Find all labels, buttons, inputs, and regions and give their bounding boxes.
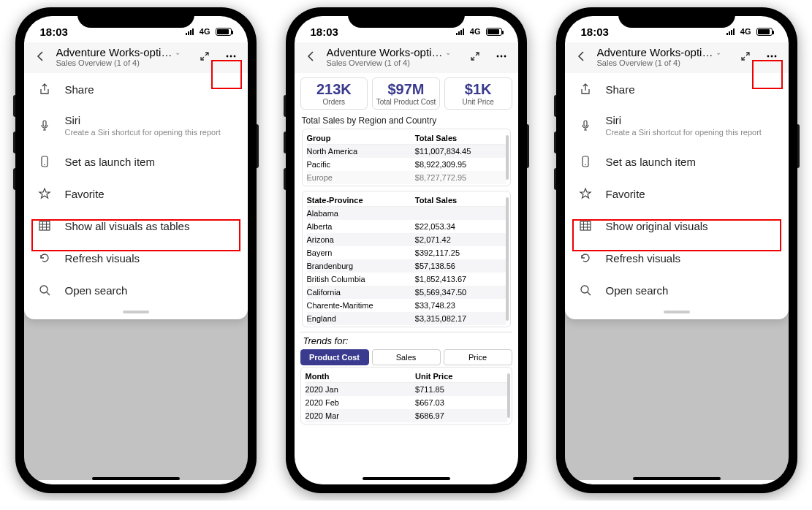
menu-item-show-tables[interactable]: Show all visuals as tables — [24, 210, 248, 242]
table-trends[interactable]: MonthUnit Price 2020 Jan$711.85 2020 Feb… — [300, 367, 512, 425]
svg-point-10 — [504, 56, 506, 58]
scrollbar[interactable] — [506, 197, 509, 321]
more-options-button[interactable] — [490, 45, 512, 67]
menu-item-favorite[interactable]: Favorite — [565, 178, 789, 210]
home-indicator[interactable] — [633, 477, 721, 480]
sheet-grabber[interactable] — [664, 311, 690, 313]
report-title-dropdown[interactable]: Adventure Works-opti…⌄ Sales Overview (1… — [327, 46, 460, 67]
table-row[interactable]: 2020 Mar$686.97 — [306, 409, 507, 422]
menu-item-siri[interactable]: Siri Create a Siri shortcut for opening … — [24, 105, 248, 145]
more-options-button[interactable] — [761, 45, 783, 67]
table-row[interactable]: Brandenburg$57,138.56 — [307, 259, 506, 273]
refresh-icon — [37, 251, 52, 265]
table-row[interactable]: 2020 Feb$667.03 — [306, 396, 507, 409]
menu-item-favorite[interactable]: Favorite — [24, 178, 248, 210]
menu-item-label: Siri — [606, 114, 762, 126]
svg-point-7 — [40, 286, 48, 293]
table-row[interactable]: Europe$8,727,772.95 — [307, 171, 506, 184]
report-title-dropdown[interactable]: Adventure Works-opti…⌄ Sales Overview (1… — [56, 46, 189, 67]
svg-point-18 — [581, 286, 588, 293]
col-header: State-Province — [307, 196, 415, 205]
refresh-icon — [578, 251, 593, 265]
more-options-menu: Share Siri Create a Siri shortcut for op… — [24, 73, 248, 319]
svg-point-5 — [44, 164, 45, 166]
share-icon — [578, 82, 593, 96]
more-horizontal-icon — [766, 50, 778, 62]
table-row[interactable]: Bayern$392,117.25 — [307, 246, 506, 259]
network-label: 4G — [470, 27, 481, 36]
battery-icon — [486, 28, 502, 36]
menu-item-label: Set as launch item — [65, 156, 155, 168]
menu-item-launch[interactable]: Set as launch item — [565, 145, 789, 178]
kpi-label: Total Product Cost — [374, 98, 438, 106]
chevron-left-icon — [576, 50, 588, 62]
signal-icon — [456, 28, 467, 35]
kpi-value: $97M — [374, 81, 438, 98]
expand-button[interactable] — [735, 45, 756, 67]
report-title-dropdown[interactable]: Adventure Works-opti…⌄ Sales Overview (1… — [597, 46, 730, 67]
microphone-icon — [578, 118, 593, 133]
table-grid-icon — [578, 218, 593, 233]
star-icon — [37, 186, 52, 201]
kpi-value: $1K — [447, 81, 510, 98]
table-row[interactable]: Alberta$22,053.34 — [307, 220, 506, 233]
svg-point-9 — [500, 56, 502, 58]
menu-item-show-original[interactable]: Show original visuals — [565, 210, 789, 242]
scrollbar[interactable] — [507, 373, 510, 418]
modal-scrim[interactable]: Europe$8.7M Microsoft Bing Terms Share S… — [24, 73, 248, 480]
back-button[interactable] — [300, 45, 322, 67]
svg-point-2 — [233, 56, 235, 58]
svg-rect-6 — [39, 221, 50, 230]
menu-item-share[interactable]: Share — [565, 73, 789, 105]
phone-icon — [578, 154, 593, 169]
battery-icon — [756, 28, 773, 36]
menu-item-refresh[interactable]: Refresh visuals — [565, 242, 789, 274]
trends-section: Trends for: Product Cost Sales Price Mon… — [300, 332, 512, 425]
report-title: Adventure Works-opti… — [56, 46, 172, 58]
menu-item-label: Show all visuals as tables — [65, 220, 190, 232]
table-group-sales[interactable]: GroupTotal Sales North America$11,007,83… — [302, 129, 511, 186]
scrollbar[interactable] — [506, 135, 509, 180]
table-row[interactable]: British Columbia$1,852,413.67 — [307, 273, 506, 286]
menu-item-search[interactable]: Open search — [24, 274, 248, 306]
menu-item-search[interactable]: Open search — [565, 274, 789, 306]
table-row[interactable]: England$3,315,082.17 — [307, 312, 506, 325]
kpi-card-cost[interactable]: $97MTotal Product Cost — [372, 77, 440, 110]
expand-icon — [469, 50, 481, 62]
modal-scrim[interactable]: Charente-Maritime$33,748.23 England$3,31… — [565, 73, 789, 480]
trends-title: Trends for: — [300, 334, 512, 348]
menu-item-share[interactable]: Share — [24, 73, 248, 105]
table-row[interactable]: Pacific$8,922,309.95 — [307, 158, 506, 171]
report-header: Adventure Works-opti…⌄ Sales Overview (1… — [565, 42, 789, 73]
svg-rect-17 — [580, 221, 591, 230]
tab-price[interactable]: Price — [444, 349, 512, 365]
menu-item-launch[interactable]: Set as launch item — [24, 145, 248, 178]
col-header: Unit Price — [415, 372, 506, 381]
home-indicator[interactable] — [92, 477, 180, 480]
home-indicator[interactable] — [363, 477, 450, 480]
table-row[interactable]: Alabama — [307, 207, 506, 220]
menu-item-refresh[interactable]: Refresh visuals — [24, 242, 248, 274]
tab-sales[interactable]: Sales — [372, 349, 441, 365]
back-button[interactable] — [30, 45, 52, 67]
menu-item-siri[interactable]: Siri Create a Siri shortcut for opening … — [565, 105, 789, 145]
report-canvas[interactable]: 213KOrders $97MTotal Product Cost $1KUni… — [295, 73, 518, 480]
more-options-button[interactable] — [220, 45, 242, 67]
sheet-grabber[interactable] — [123, 311, 149, 313]
table-row[interactable]: Arizona$2,071.42 — [307, 233, 506, 246]
expand-button[interactable] — [464, 45, 486, 67]
col-header: Total Sales — [415, 196, 506, 205]
back-button[interactable] — [571, 45, 593, 67]
status-time: 18:03 — [581, 26, 609, 38]
kpi-card-price[interactable]: $1KUnit Price — [444, 77, 512, 110]
expand-button[interactable] — [194, 45, 216, 67]
menu-item-label: Favorite — [65, 188, 105, 200]
tab-product-cost[interactable]: Product Cost — [300, 349, 369, 365]
table-state-sales[interactable]: State-ProvinceTotal Sales Alabama Albert… — [302, 191, 511, 327]
table-row[interactable]: North America$11,007,834.45 — [307, 145, 506, 158]
table-row[interactable]: Charente-Maritime$33,748.23 — [307, 299, 506, 312]
kpi-card-orders[interactable]: 213KOrders — [300, 77, 368, 110]
table-row[interactable]: 2020 Jan$711.85 — [306, 383, 507, 396]
table-row[interactable]: California$5,569,347.50 — [307, 286, 506, 299]
menu-item-label: Share — [65, 83, 94, 96]
